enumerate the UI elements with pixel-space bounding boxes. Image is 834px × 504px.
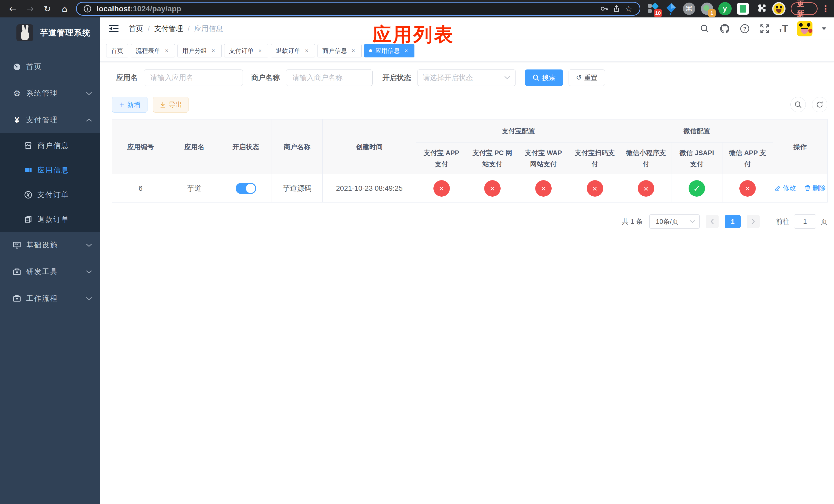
status-toggle[interactable] [236, 183, 256, 194]
reset-button[interactable]: ↺ 重置 [569, 69, 605, 86]
show-search-button[interactable] [790, 97, 806, 112]
url-text[interactable]: localhost:1024/pay/app [97, 4, 598, 13]
browser-menu-icon[interactable]: ⋮ [821, 4, 830, 14]
channel-status-icon: × [638, 180, 654, 197]
user-avatar[interactable] [797, 21, 812, 37]
sidebar-item-label: 退款订单 [38, 214, 69, 224]
info-icon[interactable] [81, 3, 94, 15]
breadcrumb-payment[interactable]: 支付管理 [143, 24, 183, 33]
url-path: :1024/pay/app [130, 4, 181, 13]
main-area: 应用列表 首页 支付管理 应用信息 ? [100, 18, 834, 504]
breadcrumb: 首页 支付管理 应用信息 [129, 24, 223, 33]
channel-status-icon: × [535, 180, 552, 197]
col-alipay-pc: 支付宝 PC 网站支付 [467, 142, 518, 174]
export-button[interactable]: 导出 [153, 97, 189, 113]
tab-pay-order[interactable]: 支付订单× [224, 44, 268, 58]
plus-icon: + [119, 101, 125, 109]
profile-avatar[interactable] [772, 2, 786, 15]
font-size-icon[interactable]: тT [779, 23, 788, 35]
sidebar-item-system[interactable]: ⚙ 系统管理 [0, 80, 100, 107]
status-select[interactable]: 请选择开启状态 [417, 69, 516, 86]
tab-close-icon[interactable]: × [163, 47, 170, 54]
header-search-icon[interactable] [699, 23, 710, 35]
sidebar-item-home[interactable]: 首页 [0, 53, 100, 80]
browser-forward-icon[interactable]: → [23, 2, 37, 16]
sidebar-item-infrastructure[interactable]: 基础设施 [0, 232, 100, 258]
sidebar-item-payment[interactable]: ¥ 支付管理 [0, 107, 100, 133]
cell-status [220, 174, 272, 203]
sidebar-item-merchant-info[interactable]: 商户信息 [0, 133, 100, 158]
share-icon[interactable] [610, 3, 623, 15]
browser-reload-icon[interactable]: ↻ [40, 2, 54, 16]
tab-close-icon[interactable]: × [303, 47, 310, 54]
tab-close-icon[interactable]: × [403, 47, 410, 54]
extension-doc-icon[interactable] [736, 2, 750, 15]
app-name-input[interactable] [144, 69, 243, 86]
breadcrumb-current: 应用信息 [183, 24, 223, 33]
sidebar-item-dev-tools[interactable]: 研发工具 [0, 258, 100, 285]
browser-back-icon[interactable]: ← [6, 2, 20, 16]
extension-gray-dot-icon[interactable]: 1 [700, 2, 714, 15]
chevron-up-icon [86, 118, 92, 122]
app-title: 芋道管理系统 [40, 27, 91, 38]
sidebar-item-label: 支付订单 [38, 190, 69, 200]
tab-close-icon[interactable]: × [350, 47, 357, 54]
add-button[interactable]: + 新增 [112, 97, 148, 113]
merchant-name-input[interactable] [286, 69, 373, 86]
tab-process-form[interactable]: 流程表单× [131, 44, 175, 58]
tab-user-group[interactable]: 用户分组× [177, 44, 222, 58]
page-size-select[interactable]: 10条/页 [649, 214, 700, 229]
chevron-down-icon [86, 91, 92, 95]
github-icon[interactable] [719, 23, 730, 35]
tab-refund-order[interactable]: 退款订单× [271, 44, 315, 58]
sidebar-item-label: 研发工具 [26, 267, 58, 277]
app-logo[interactable]: 芋道管理系统 [0, 18, 100, 48]
sidebar-item-pay-order[interactable]: 支付订单 [0, 183, 100, 207]
shop-icon [23, 141, 34, 150]
address-bar[interactable]: localhost:1024/pay/app ☆ [76, 2, 640, 16]
tab-close-icon[interactable]: × [257, 47, 263, 54]
chrome-update-button[interactable]: 更新 [791, 2, 818, 15]
help-icon[interactable]: ? [739, 23, 750, 35]
tab-close-icon[interactable]: × [210, 47, 217, 54]
total-count: 共 1 条 [622, 217, 643, 226]
bookmark-star-icon[interactable]: ☆ [623, 3, 635, 15]
browser-home-icon[interactable]: ⌂ [58, 2, 71, 16]
extension-kite-icon[interactable] [664, 2, 678, 15]
extension-puzzle-icon[interactable] [754, 2, 768, 15]
col-status: 开启状态 [220, 119, 272, 174]
delete-link[interactable]: 删除 [804, 184, 826, 192]
password-key-icon[interactable] [598, 3, 610, 15]
sidebar-item-app-info[interactable]: 应用信息 [0, 158, 100, 183]
cell-wechat-mini: × [621, 174, 672, 203]
sidebar-collapse-icon[interactable] [108, 23, 120, 35]
sidebar-item-refund-order[interactable]: 退款订单 [0, 207, 100, 232]
goto-page-input[interactable] [794, 214, 816, 229]
page-number-button[interactable]: 1 [725, 215, 741, 228]
gear-icon: ⚙ [11, 88, 23, 98]
extension-blocks-icon[interactable]: 10 [646, 2, 660, 15]
tab-home[interactable]: 首页 [106, 44, 128, 58]
col-wechat-jsapi: 微信 JSAPI 支付 [672, 142, 722, 174]
cell-alipay-app: × [416, 174, 467, 203]
grid-icon [23, 166, 34, 175]
table-row: 6 芋道 芋道源码 2021-10-23 08:49:25 × × × × × … [112, 174, 828, 203]
col-app-id: 应用编号 [112, 119, 169, 174]
cell-created: 2021-10-23 08:49:25 [323, 174, 416, 203]
page-unit-label: 页 [821, 217, 827, 226]
breadcrumb-home[interactable]: 首页 [129, 24, 143, 33]
extension-command-icon[interactable]: ⌘ [682, 2, 696, 15]
chevron-down-icon [504, 76, 510, 79]
avatar-caret-icon[interactable] [821, 27, 827, 30]
edit-link[interactable]: 修改 [774, 184, 796, 192]
channel-status-icon: × [739, 180, 756, 197]
refresh-table-button[interactable] [812, 97, 827, 112]
search-button[interactable]: 搜索 [525, 69, 563, 86]
sidebar-item-workflow[interactable]: 工作流程 [0, 285, 100, 312]
fullscreen-icon[interactable] [759, 23, 770, 35]
prev-page-button[interactable] [706, 215, 719, 228]
col-wechat-mini: 微信小程序支付 [621, 142, 672, 174]
extension-y-icon[interactable]: y [718, 2, 732, 15]
next-page-button[interactable] [747, 215, 760, 228]
tab-merchant-info[interactable]: 商户信息× [317, 44, 361, 58]
